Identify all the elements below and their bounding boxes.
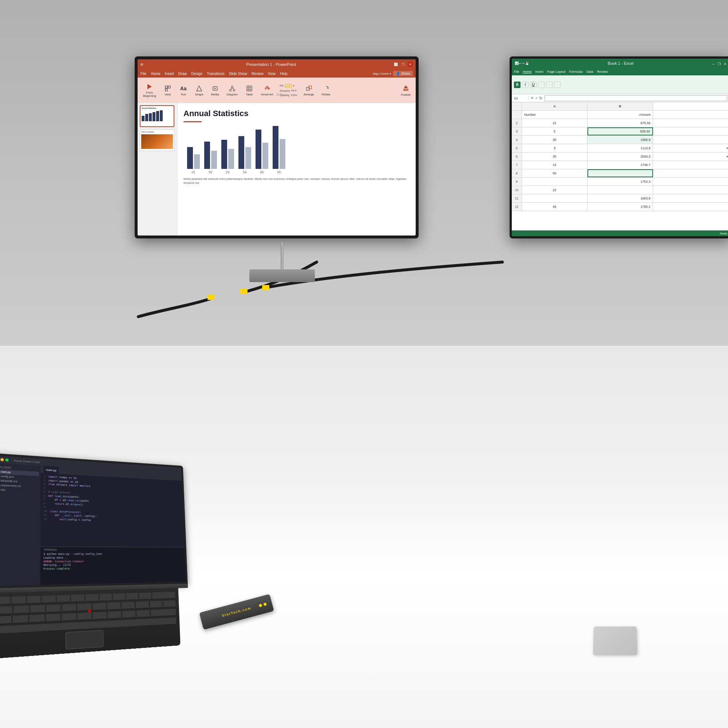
- table-label: Table: [246, 93, 252, 96]
- underline-button[interactable]: U: [530, 81, 537, 88]
- kw-return: return: [55, 502, 64, 506]
- table-button[interactable]: Table: [244, 84, 254, 97]
- text-label: Text: [180, 93, 186, 96]
- cell-b8[interactable]: [587, 169, 653, 177]
- cell-a8[interactable]: 50: [522, 169, 587, 177]
- excel-statusbar: Ready: [512, 230, 728, 236]
- bold-button[interactable]: B: [514, 81, 520, 88]
- shape-button[interactable]: Shape: [194, 84, 205, 97]
- sort-button[interactable]: [554, 81, 561, 88]
- align-center-button[interactable]: [546, 81, 552, 88]
- key-7: [71, 594, 84, 603]
- view-button[interactable]: View: [163, 84, 173, 97]
- excel-menu-pagelayout[interactable]: Page Layout: [547, 70, 566, 73]
- excel-menu-file[interactable]: File: [514, 70, 519, 73]
- line-num-1: 1: [44, 475, 45, 478]
- diagram-button[interactable]: Diagram: [226, 84, 239, 97]
- from-beginning-button[interactable]: FromBeginning: [142, 82, 157, 98]
- menu-design[interactable]: Design: [191, 72, 202, 76]
- excel-minimize[interactable]: ─: [712, 62, 714, 66]
- close-button[interactable]: ✕: [408, 62, 413, 67]
- menu-transitions[interactable]: Transitions: [207, 72, 225, 76]
- cell-b12[interactable]: 1785.2: [587, 203, 653, 211]
- cell-a3[interactable]: 5: [522, 127, 587, 135]
- code-content: 1import numpy as np 2import pandas as pd…: [40, 473, 184, 525]
- formula-input[interactable]: [544, 95, 727, 101]
- cell-a5[interactable]: 3: [522, 144, 587, 152]
- cell-a4[interactable]: 30: [522, 136, 587, 144]
- cell-b10[interactable]: [587, 186, 653, 194]
- menu-slideshow[interactable]: Slide Show: [229, 72, 247, 76]
- italic-button[interactable]: I: [522, 81, 529, 88]
- key-9: [99, 594, 112, 602]
- cell-b2[interactable]: 875.56: [587, 119, 653, 127]
- cell-b5[interactable]: 1114.8 ▼: [587, 144, 653, 152]
- cell-b6[interactable]: 2000.3 ▼: [587, 153, 653, 161]
- bar-group-04: 04: [239, 136, 251, 174]
- maximize-button[interactable]: ❐: [401, 62, 405, 67]
- menu-review[interactable]: Review: [252, 72, 263, 76]
- cell-b7[interactable]: 1746.7: [587, 161, 653, 169]
- menu-view[interactable]: View: [268, 72, 276, 76]
- cell-a9[interactable]: [522, 177, 587, 186]
- excel-close[interactable]: ✕: [723, 62, 726, 66]
- col-b-header[interactable]: Amount: [587, 111, 653, 119]
- excel-menu-home[interactable]: Home: [523, 70, 532, 73]
- excel-screen-outer: 📊 ↩ ↪ 💾 Book 1 - Excel ─ ❐ ✕ File Home I…: [509, 57, 728, 239]
- minimize-button[interactable]: ⬜: [393, 62, 398, 67]
- cell-b9[interactable]: 1752.3: [587, 177, 653, 186]
- slide-thumb-1[interactable]: Annual Statistics: [140, 105, 174, 127]
- svg-line-13: [230, 88, 232, 90]
- excel-maximize[interactable]: ❐: [718, 62, 721, 66]
- cell-a7[interactable]: 15: [522, 161, 587, 169]
- svg-point-22: [268, 87, 270, 90]
- arrange-button[interactable]: Arrange: [303, 84, 315, 97]
- code-text: :: [80, 511, 81, 514]
- cell-a10[interactable]: 22: [522, 186, 587, 194]
- insert-function-icon[interactable]: fx: [540, 96, 542, 100]
- slide-thumb-2[interactable]: About Company: [140, 129, 174, 151]
- cell-b4[interactable]: 1006.9: [587, 136, 653, 144]
- cell-a12[interactable]: 45: [522, 203, 587, 211]
- menu-file[interactable]: File: [141, 72, 146, 76]
- publish-button[interactable]: Publish: [399, 83, 413, 98]
- active-tab-main[interactable]: main.py: [44, 466, 59, 474]
- class-name: DataProcessor: [59, 510, 80, 514]
- line-num-2: 2: [44, 479, 45, 482]
- share-button[interactable]: 👤 Share: [393, 71, 413, 76]
- cell-a6[interactable]: 35: [522, 153, 587, 161]
- col-header-b[interactable]: B: [587, 102, 653, 110]
- svg-rect-26: [403, 89, 408, 90]
- col-a-header[interactable]: Number: [522, 111, 587, 119]
- key-11: [126, 593, 139, 601]
- menu-home[interactable]: Home: [151, 72, 161, 76]
- cell-a11[interactable]: [522, 194, 587, 202]
- cell-b11[interactable]: 1863.8: [587, 194, 653, 202]
- excel-menu-data[interactable]: Data: [586, 70, 593, 73]
- svg-marker-3: [147, 84, 152, 89]
- menu-insert[interactable]: Insert: [165, 72, 174, 76]
- smartart-button[interactable]: Smart Art: [260, 84, 274, 97]
- trackpad[interactable]: [66, 630, 104, 649]
- cell-b3[interactable]: 939.50 ▼: [587, 127, 653, 135]
- line-num-8: 8: [44, 502, 45, 505]
- menu-help[interactable]: Help: [280, 72, 288, 76]
- align-left-button[interactable]: [538, 81, 544, 88]
- slide-1-content: Annual Statistics: [141, 106, 174, 126]
- media-button[interactable]: Media: [210, 84, 220, 97]
- table-row: 9 1752.3: [512, 177, 728, 186]
- rotate-button[interactable]: Rotate: [321, 84, 332, 97]
- text-button[interactable]: Aa Text: [178, 84, 188, 97]
- confirm-formula-icon[interactable]: ✓: [535, 96, 538, 100]
- svg-marker-28: [404, 85, 408, 88]
- menu-draw[interactable]: Draw: [178, 72, 187, 76]
- svg-point-10: [231, 86, 233, 88]
- svg-rect-27: [403, 90, 408, 91]
- excel-menu-formulas[interactable]: Formulas: [569, 70, 583, 73]
- excel-menu-review[interactable]: Review: [597, 70, 608, 73]
- cell-a2[interactable]: 21: [522, 119, 587, 127]
- table-row: 2 21 875.56: [512, 119, 728, 127]
- col-header-a[interactable]: A: [522, 102, 587, 110]
- cancel-formula-icon[interactable]: ✕: [531, 96, 534, 100]
- excel-menu-insert[interactable]: Insert: [535, 70, 544, 73]
